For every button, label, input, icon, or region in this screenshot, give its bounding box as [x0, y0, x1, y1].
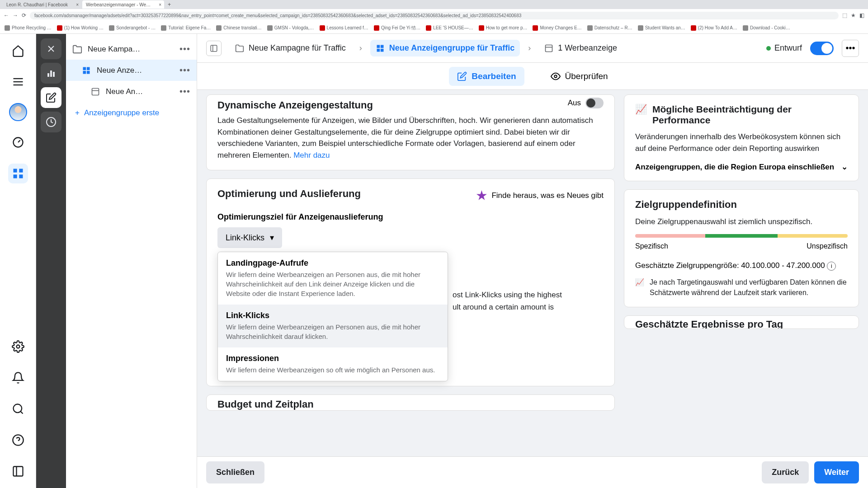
home-icon[interactable] — [8, 41, 28, 61]
reload-icon[interactable]: ⟳ — [22, 12, 26, 19]
learn-more-link[interactable]: Mehr dazu — [293, 151, 330, 160]
svg-rect-30 — [381, 45, 384, 48]
svg-rect-18 — [50, 70, 52, 77]
ad-icon — [544, 44, 553, 53]
svg-rect-5 — [19, 169, 23, 173]
back-icon[interactable]: ← — [4, 12, 9, 19]
mode-tabs: Bearbeiten Überprüfen — [197, 63, 868, 90]
breadcrumb-campaign[interactable]: Neue Kampagne für Traffic — [230, 40, 351, 56]
new-tab-button[interactable]: + — [165, 1, 174, 8]
gear-icon[interactable] — [8, 337, 28, 357]
clock-icon[interactable] — [41, 112, 61, 132]
audience-meter — [635, 234, 848, 238]
next-button[interactable]: Weiter — [814, 461, 859, 483]
bookmark[interactable]: Tutorial: Eigene Fa… — [161, 25, 211, 31]
close-icon[interactable]: × — [159, 2, 161, 7]
url-field[interactable]: facebook.com/adsmanager/manage/adsets/ed… — [30, 12, 839, 19]
bell-icon[interactable] — [8, 368, 28, 388]
trend-icon: 📈 — [635, 104, 647, 126]
bookmark[interactable]: GMSN - Vologda,… — [267, 25, 314, 31]
option-landing-page-views[interactable]: Landingpage-Aufrufe Wir liefern deine We… — [218, 252, 448, 305]
bookmark[interactable]: (1) How Working … — [57, 25, 104, 31]
ext-icon[interactable]: ◧ — [859, 12, 864, 19]
europe-row[interactable]: Anzeigengruppen, die die Region Europa e… — [635, 162, 848, 172]
bookmark[interactable]: Qing Fei De Yi 情… — [374, 25, 420, 31]
help-icon[interactable] — [8, 430, 28, 450]
svg-rect-21 — [83, 67, 86, 70]
tab-review[interactable]: Überprüfen — [542, 67, 616, 86]
audience-size: Geschätzte Zielgruppengröße: 40.100.000 … — [635, 261, 848, 271]
app: Neue Kampa… ••• Neue Anze… ••• Neue An… … — [0, 34, 868, 488]
ext-icon[interactable]: ⬚ — [842, 12, 847, 19]
svg-rect-19 — [53, 72, 55, 77]
more-icon[interactable]: ••• — [179, 86, 190, 97]
bookmark[interactable]: Datenschutz – R… — [587, 25, 632, 31]
back-button[interactable]: Zurück — [762, 461, 809, 483]
audience-note: Je nach Targetingauswahl und verfügbaren… — [650, 277, 848, 298]
search-icon[interactable] — [8, 399, 28, 419]
bookmark[interactable]: Lessons Learned f… — [320, 25, 368, 31]
grid-icon — [376, 44, 385, 53]
ad-icon — [90, 87, 100, 97]
more-icon[interactable]: ••• — [179, 65, 190, 75]
close-icon[interactable] — [41, 38, 61, 59]
close-icon[interactable]: × — [76, 2, 79, 7]
bookmark[interactable]: Student Wants an… — [638, 25, 685, 31]
edit-icon[interactable] — [41, 87, 61, 108]
bookmark[interactable]: LEE 'S HOUSE—… — [426, 25, 473, 31]
user-avatar[interactable] — [9, 103, 27, 121]
browser-tab[interactable]: Werbeanzeigenmanager - We…× — [82, 0, 164, 9]
bookmark[interactable]: (2) How To Add A… — [691, 25, 737, 31]
add-adset-button[interactable]: + Anzeigengruppe erste — [66, 102, 197, 124]
tree-campaign[interactable]: Neue Kampa… ••• — [66, 38, 197, 60]
svg-rect-32 — [381, 48, 384, 52]
bookmark[interactable]: Sonderangebot - … — [109, 25, 156, 31]
more-icon[interactable]: ••• — [842, 40, 859, 57]
chart-icon[interactable] — [41, 63, 61, 84]
chevron-down-icon: ▾ — [270, 233, 274, 243]
bookmarks-bar: Phone Recycling … (1) How Working … Sond… — [0, 22, 868, 34]
panel-toggle-icon[interactable] — [206, 41, 222, 56]
svg-line-10 — [20, 411, 23, 413]
collapse-icon[interactable] — [8, 461, 28, 481]
dynamic-creative-card: Dynamische Anzeigengestaltung Aus Lade G… — [206, 94, 615, 170]
folder-icon — [72, 44, 82, 54]
forward-icon[interactable]: → — [13, 12, 18, 19]
gauge-icon[interactable] — [8, 132, 28, 152]
bookmark[interactable]: How to get more p… — [479, 25, 528, 31]
breadcrumb-adset[interactable]: Neue Anzeigengruppe für Traffic — [370, 40, 520, 56]
dynamic-creative-toggle[interactable] — [585, 98, 604, 108]
info-icon[interactable]: i — [827, 262, 836, 271]
card-body: Veränderungen innerhalb des Werbeökosyst… — [635, 131, 848, 154]
bookmark[interactable]: Phone Recycling … — [5, 25, 52, 31]
option-link-clicks[interactable]: Link-Klicks Wir liefern deine Werbeanzei… — [218, 305, 448, 347]
whats-new-chip[interactable]: Finde heraus, was es Neues gibt — [476, 190, 604, 201]
ext-icon[interactable]: ★ — [851, 12, 856, 19]
option-impressions[interactable]: Impressionen Wir liefern deine Werbeanze… — [218, 347, 448, 381]
meter-label-unspecific: Unspezifisch — [807, 242, 848, 250]
ads-manager-icon[interactable] — [8, 164, 28, 183]
tab-bar: Leon R. Chaudhari | Facebook× Werbeanzei… — [0, 0, 868, 9]
audience-message: Deine Zielgruppenauswahl ist ziemlich un… — [635, 216, 848, 228]
svg-rect-6 — [13, 174, 17, 178]
more-icon[interactable]: ••• — [179, 44, 190, 54]
svg-rect-22 — [87, 67, 90, 70]
svg-rect-29 — [377, 45, 380, 48]
optimization-goal-dropdown[interactable]: Link-Klicks ▾ — [217, 227, 282, 248]
browser-tab[interactable]: Leon R. Chaudhari | Facebook× — [3, 0, 81, 9]
hidden-text: ost Link-Klicks using the highest ult ar… — [453, 289, 633, 313]
breadcrumb-ad[interactable]: 1 Werbeanzeige — [539, 40, 623, 56]
status-badge: Entwurf — [766, 43, 802, 53]
campaign-tree: Neue Kampa… ••• Neue Anze… ••• Neue An… … — [66, 34, 197, 488]
tree-ad[interactable]: Neue An… ••• — [66, 81, 197, 102]
close-button[interactable]: Schließen — [206, 461, 264, 483]
tree-adset[interactable]: Neue Anze… ••• — [66, 60, 197, 81]
status-toggle[interactable] — [810, 42, 834, 55]
menu-icon[interactable] — [8, 72, 28, 92]
card-body: Lade Gestaltungselemente für Anzeigen, w… — [217, 115, 604, 161]
bookmark[interactable]: Chinese translati… — [216, 25, 261, 31]
tab-edit[interactable]: Bearbeiten — [449, 67, 524, 86]
breadcrumb-bar: Neue Kampagne für Traffic › Neue Anzeige… — [197, 34, 868, 63]
bookmark[interactable]: Download - Cooki… — [743, 25, 790, 31]
bookmark[interactable]: Money Changes E… — [533, 25, 581, 31]
